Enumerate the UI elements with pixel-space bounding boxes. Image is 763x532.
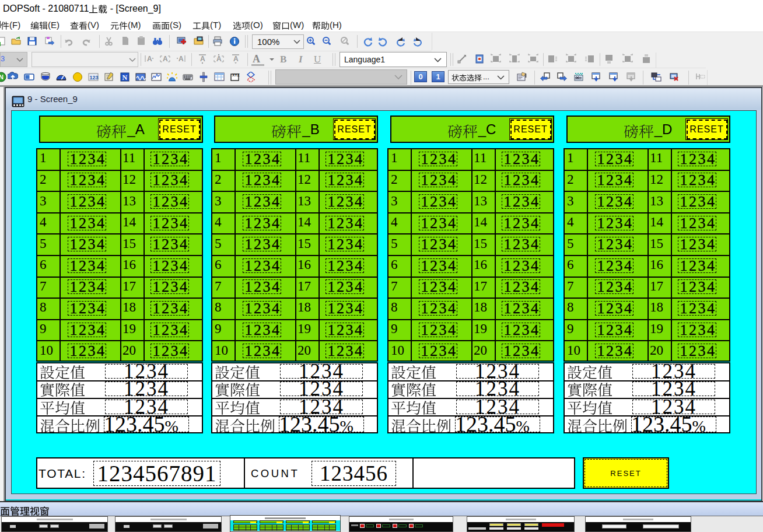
svg-text:A: A: [163, 55, 168, 63]
svg-text:A: A: [233, 55, 239, 63]
svg-text:N: N: [123, 74, 128, 82]
svg-text:A: A: [200, 55, 205, 63]
svg-text:N: N: [0, 74, 4, 80]
svg-text:A: A: [147, 55, 152, 63]
svg-text:A: A: [216, 55, 222, 63]
svg-text:A: A: [178, 55, 184, 63]
svg-text:XYZ: XYZ: [232, 73, 240, 77]
svg-text:123: 123: [90, 75, 99, 80]
